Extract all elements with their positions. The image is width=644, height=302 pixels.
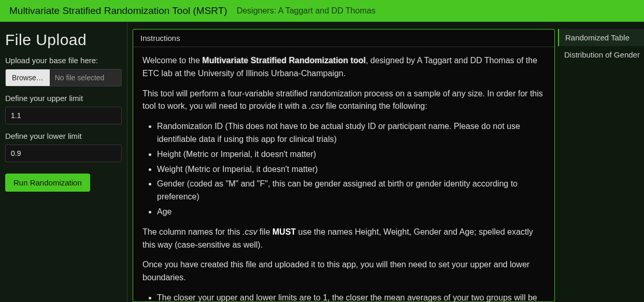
p3-csv: .csv [242,227,257,236]
lower-limit-input[interactable] [5,145,122,162]
list-item: Weight (Metric or Imperial, it doesn't m… [157,163,545,176]
intro-paragraph: Welcome to the Multivariate Stratified R… [142,54,545,80]
list-item: Height (Metric or Imperial, it doesn't m… [157,148,545,161]
intro-pre: Welcome to the [142,56,202,65]
tab-distribution-gender[interactable]: Distribution of Gender [558,46,644,63]
run-randomization-button[interactable]: Run Randomization [5,174,90,192]
right-tabs: Randomized Table Distribution of Gender [558,22,644,302]
instructions-column: Instructions Welcome to the Multivariate… [127,22,558,302]
list-item: The closer your upper and lower limits a… [157,292,545,301]
instructions-panel-title: Instructions [133,30,554,47]
p2-csv: .csv [309,102,323,110]
bounds-paragraph: Once you have created this file and uplo… [142,258,545,284]
main-area: Instructions Welcome to the Multivariate… [127,22,644,302]
app-title: Multivariate Stratified Randomization To… [9,5,227,17]
bounds-list: The closer your upper and lower limits a… [157,292,545,301]
tab-randomized-table[interactable]: Randomized Table [558,29,644,46]
requirements-list: Randomization ID (This does not have to … [157,120,545,219]
column-names-paragraph: The column names for this .csv file MUST… [142,226,545,252]
lower-limit-label: Define your lower limit [5,132,122,140]
upload-label: Upload your base file here: [5,56,122,65]
p2-post: file containing the following: [324,102,427,110]
p3-must: MUST [273,227,296,236]
tool-name: Multivariate Stratified Randomization to… [202,56,366,65]
sidebar: File Upload Upload your base file here: … [0,22,127,302]
upper-limit-label: Define your upper limit [5,94,122,103]
list-item: Randomization ID (This does not have to … [157,120,545,146]
requirements-paragraph: This tool will perform a four-variable s… [142,88,545,113]
p3-mid: file [257,227,272,236]
top-bar: Multivariate Stratified Randomization To… [0,0,644,22]
list-item: Gender (coded as "M" and "F", this can b… [157,178,545,204]
app-designers: Designers: A Taggart and DD Thomas [237,6,376,16]
sidebar-heading: File Upload [5,31,122,49]
file-input-row: Browse… No file selected [5,69,122,87]
list-item: Age [157,206,545,219]
p3-pre: The column names for this [142,227,242,236]
upper-limit-input[interactable] [5,107,122,124]
instructions-body[interactable]: Welcome to the Multivariate Stratified R… [133,47,554,301]
file-status: No file selected [50,69,121,86]
browse-button[interactable]: Browse… [6,69,50,86]
main-layout: File Upload Upload your base file here: … [0,22,644,302]
instructions-panel: Instructions Welcome to the Multivariate… [133,29,555,302]
